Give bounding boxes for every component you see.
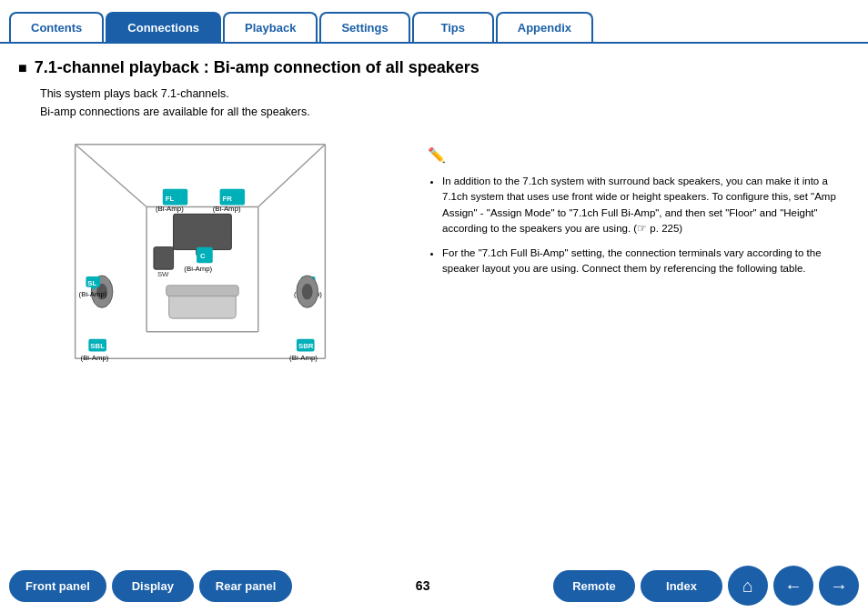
bottom-navigation: Front panel Display Rear panel 63 Remote…: [0, 559, 868, 612]
svg-text:(Bi-Amp): (Bi-Amp): [289, 354, 318, 362]
index-button[interactable]: Index: [641, 570, 722, 602]
svg-text:(Bi-Amp): (Bi-Amp): [156, 205, 184, 213]
note-item-1: In addition to the 7.1ch system with sur…: [442, 174, 850, 236]
tab-playback[interactable]: Playback: [223, 12, 318, 42]
display-button[interactable]: Display: [112, 570, 194, 602]
tab-contents[interactable]: Contents: [9, 12, 104, 42]
svg-rect-13: [167, 286, 238, 296]
subtitle: This system plays back 7.1-channels. Bi-…: [40, 85, 850, 121]
home-button[interactable]: ⌂: [728, 566, 768, 606]
subtitle-line1: This system plays back 7.1-channels.: [40, 87, 229, 100]
notes-list: In addition to the 7.1ch system with sur…: [428, 174, 850, 277]
svg-text:C: C: [200, 252, 206, 260]
svg-text:FL: FL: [166, 195, 175, 203]
svg-text:SL: SL: [87, 279, 96, 287]
note-item-2: For the "7.1ch Full Bi-Amp" setting, the…: [442, 246, 850, 277]
main-content: 7.1-channel playback : Bi-amp connection…: [0, 44, 868, 375]
notes-column: ✏️ In addition to the 7.1ch system with …: [428, 135, 850, 375]
pencil-icon: ✏️: [428, 145, 850, 166]
svg-line-1: [258, 145, 326, 207]
page-number: 63: [298, 578, 548, 593]
svg-text:FR: FR: [223, 195, 233, 203]
svg-point-36: [302, 284, 313, 300]
svg-line-0: [76, 145, 146, 207]
back-button[interactable]: ←: [773, 566, 813, 606]
svg-text:(Bi-Amp): (Bi-Amp): [81, 354, 109, 362]
subtitle-line2: Bi-amp connections are available for all…: [40, 105, 310, 118]
top-navigation: Contents Connections Playback Settings T…: [0, 0, 868, 44]
svg-text:SW: SW: [157, 270, 169, 278]
page-title: 7.1-channel playback : Bi-amp connection…: [18, 58, 850, 77]
svg-text:(Bi-Amp): (Bi-Amp): [79, 290, 107, 298]
rear-panel-button[interactable]: Rear panel: [199, 570, 292, 602]
svg-text:(Bi-Amp): (Bi-Amp): [213, 205, 241, 213]
forward-button[interactable]: →: [819, 566, 859, 606]
remote-button[interactable]: Remote: [553, 570, 635, 602]
front-panel-button[interactable]: Front panel: [9, 570, 106, 602]
tab-settings[interactable]: Settings: [319, 12, 409, 42]
svg-rect-10: [174, 214, 232, 249]
tab-tips[interactable]: Tips: [412, 12, 494, 42]
content-columns: SW FL (Bi-Amp) FR (Bi-Amp) C (Bi-Amp) SL: [18, 135, 850, 375]
tab-connections[interactable]: Connections: [106, 12, 221, 42]
svg-text:SBR: SBR: [298, 342, 314, 350]
speaker-diagram: SW FL (Bi-Amp) FR (Bi-Amp) C (Bi-Amp) SL: [18, 135, 382, 372]
svg-text:SL: SL: [86, 269, 95, 277]
tab-appendix[interactable]: Appendix: [496, 12, 593, 42]
diagram-column: SW FL (Bi-Amp) FR (Bi-Amp) C (Bi-Amp) SL: [18, 135, 409, 375]
svg-text:(Bi-Amp): (Bi-Amp): [184, 265, 212, 273]
svg-rect-14: [154, 247, 174, 270]
svg-text:SBL: SBL: [90, 342, 105, 350]
